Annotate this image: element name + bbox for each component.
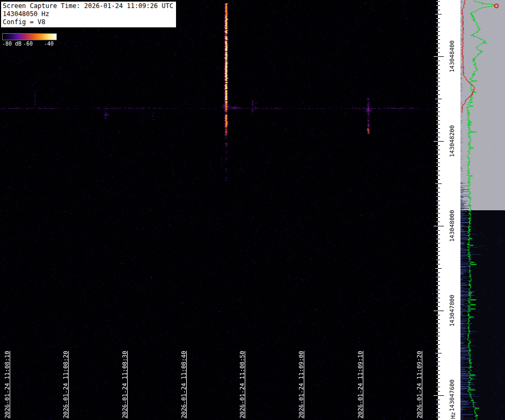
frequency-tick-label: 143047600 — [449, 379, 456, 411]
legend-mid-db-label: -60 — [23, 41, 33, 47]
config-text: Config = V8 — [3, 18, 173, 26]
legend-min-db-label: -80 dB — [2, 41, 21, 47]
frequency-tick-label: 143048000 — [449, 210, 456, 242]
frequency-tick-label: 143047800 — [449, 294, 456, 327]
capture-frequency-text: 143048050 Hz — [3, 10, 173, 18]
capture-info-box: Screen Capture Time: 2026-01-24 11:09:26… — [1, 2, 176, 27]
capture-time-text: Screen Capture Time: 2026-01-24 11:09:26… — [3, 2, 173, 10]
waterfall-spectrogram — [0, 0, 438, 420]
color-scale-legend: -80 dB -60 -40 — [2, 33, 58, 47]
frequency-tick-label: 143048400 — [449, 40, 456, 72]
colormap-gradient-bar — [2, 33, 57, 40]
colormap-db-labels: -80 dB -60 -40 — [2, 41, 58, 47]
frequency-unit-label: Hz — [450, 412, 457, 419]
frequency-axis: 1430484001430482001430480001430478001430… — [438, 0, 460, 420]
frequency-tick-label: 143048200 — [449, 125, 456, 157]
spectrum-graph-panel — [460, 0, 505, 420]
spectrogram-screen-capture: 2026-01-24 11:08:102026-01-24 11:08:2020… — [0, 0, 505, 420]
legend-max-db-label: -40 — [44, 41, 54, 47]
